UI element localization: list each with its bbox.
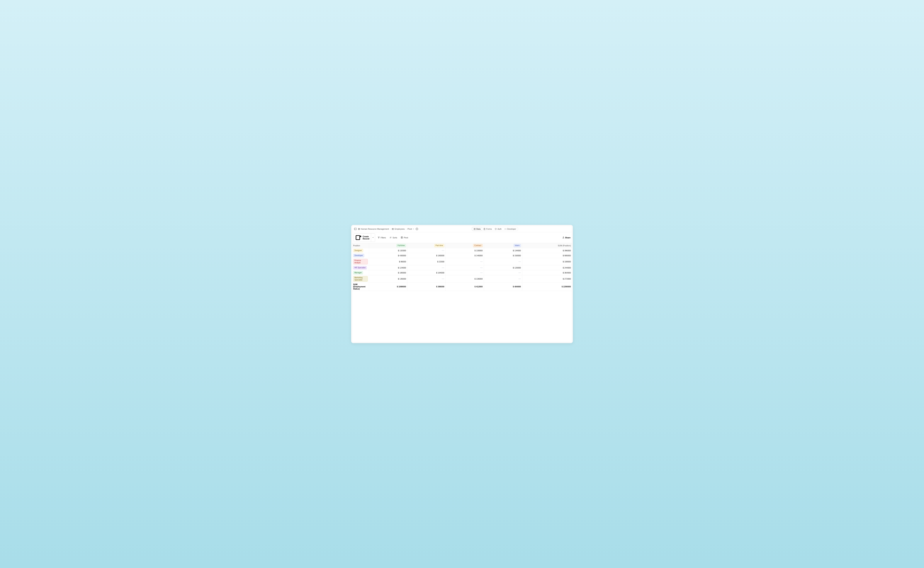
pivot-value-cell[interactable] <box>445 265 484 270</box>
svg-rect-15 <box>356 236 359 240</box>
create-record-button[interactable]: Create Record <box>354 234 371 242</box>
pivot-value-cell[interactable]: $ 180000 <box>407 253 445 258</box>
breadcrumb-base[interactable]: Human Resource Management <box>358 228 389 230</box>
pivot-value-cell[interactable] <box>407 248 445 253</box>
pivot-row-label-cell[interactable]: HR Specialist <box>352 265 369 270</box>
filters-button[interactable]: Filters <box>377 236 387 239</box>
breadcrumb-view[interactable]: Pivot <box>408 228 414 230</box>
tab-developer[interactable]: Developer <box>503 227 518 231</box>
svg-point-2 <box>358 228 359 229</box>
add-view-button[interactable] <box>415 227 418 230</box>
pivot-row-label-cell[interactable]: Finance Analyst <box>352 258 369 265</box>
database-icon <box>358 228 360 230</box>
tab-forms[interactable]: Forms <box>482 227 493 231</box>
pivot-total-cell: $ 1088000 <box>369 282 407 291</box>
pivot-col-header[interactable]: Part-time <box>407 243 445 248</box>
empty-placeholder <box>518 261 521 262</box>
pivot-data-row: HR Specialist$ 124000$ 120000$ 244000 <box>352 265 572 270</box>
pivot-value-cell[interactable]: $ 132000 <box>369 248 407 253</box>
pivot-row-sum-cell: $ 906000 <box>522 253 572 258</box>
chevron-right-icon: › <box>406 228 406 230</box>
tab-forms-label: Forms <box>486 228 492 230</box>
table-icon <box>392 228 394 230</box>
position-badge: Manager <box>353 271 363 274</box>
pivot-value-cell[interactable]: $ 22000 <box>407 258 445 265</box>
breadcrumb-base-label: Human Resource Management <box>361 228 389 230</box>
pivot-row-sum-cell: $ 272000 <box>522 275 572 282</box>
pivot-value-cell[interactable]: $ 130000 <box>445 248 484 253</box>
shield-icon <box>495 228 497 230</box>
pivot-value-cell[interactable] <box>484 275 522 282</box>
share-icon <box>562 237 565 239</box>
pivot-value-cell[interactable] <box>484 258 522 265</box>
pivot-row-dimension-header[interactable]: Position <box>352 243 369 248</box>
pivot-sum-col-label: SUM (Position) <box>558 245 571 247</box>
pivot-row-label-cell[interactable]: Designer <box>352 248 369 253</box>
sidebar-toggle-icon[interactable] <box>354 227 357 230</box>
pivot-sum-col-header[interactable]: SUM (Position) <box>522 243 572 248</box>
pivot-row-sum-cell: $ 364000 <box>522 270 572 275</box>
status-badge: Part-time <box>434 244 444 247</box>
pivot-data-row: Manager$ 180000$ 184000$ 364000 <box>352 270 572 275</box>
pivot-value-cell[interactable]: $ 150000 <box>484 253 522 258</box>
pivot-row-label-cell[interactable]: Developer <box>352 253 369 258</box>
pivot-total-row: SUM (Employment Status) $ 1088000 $ 3860… <box>352 282 572 291</box>
toolbar: Create Record Filters Sorts Pivot <box>352 232 572 243</box>
svg-rect-9 <box>474 228 475 230</box>
pivot-total-cell: $ 386000 <box>407 282 445 291</box>
pivot-label: Pivot <box>404 237 408 239</box>
pivot-col-header[interactable]: Intern <box>484 243 522 248</box>
pivot-value-cell[interactable]: $ 134000 <box>484 248 522 253</box>
pivot-value-cell[interactable] <box>484 270 522 275</box>
pivot-value-cell[interactable] <box>407 275 445 282</box>
pivot-data-row: Finance Analyst$ 86000$ 22000$ 108000 <box>352 258 572 265</box>
pivot-value-cell[interactable] <box>407 265 445 270</box>
pivot-data-row: Marketing Specialist$ 136000$ 136000$ 27… <box>352 275 572 282</box>
app-window: Human Resource Management › Employees › … <box>351 225 573 343</box>
chevron-down-icon <box>413 228 414 230</box>
chevron-down-icon <box>372 237 374 239</box>
pivot-value-cell[interactable]: $ 184000 <box>407 270 445 275</box>
pivot-col-header[interactable]: Contract <box>445 243 484 248</box>
position-badge: Designer <box>353 249 363 252</box>
pivot-value-cell[interactable] <box>445 270 484 275</box>
status-badge: Full-time <box>396 244 406 247</box>
create-record-caret[interactable] <box>371 234 375 242</box>
sorts-button[interactable]: Sorts <box>388 236 398 239</box>
breadcrumb-table[interactable]: Employees <box>392 228 405 230</box>
pivot-value-cell[interactable]: $ 180000 <box>369 270 407 275</box>
sort-icon <box>390 237 392 239</box>
position-badge: Finance Analyst <box>353 259 368 264</box>
pivot-col-header[interactable]: Full-time <box>369 243 407 248</box>
pivot-value-cell[interactable] <box>445 258 484 265</box>
pivot-value-cell[interactable]: $ 120000 <box>484 265 522 270</box>
empty-placeholder <box>442 278 444 279</box>
app-inner: Human Resource Management › Employees › … <box>352 226 572 342</box>
pivot-icon <box>401 237 403 239</box>
pivot-value-cell[interactable]: $ 86000 <box>369 258 407 265</box>
pivot-value-cell[interactable]: $ 430000 <box>369 253 407 258</box>
pivot-sum-row-label: SUM (Employment Status) <box>353 283 368 290</box>
empty-placeholder <box>480 272 483 273</box>
tab-data[interactable]: Data <box>472 227 482 231</box>
pivot-data-row: Developer$ 430000$ 180000$ 146000$ 15000… <box>352 253 572 258</box>
pivot-button[interactable]: Pivot <box>400 236 409 239</box>
pivot-total-cell: $ 412000 <box>445 282 484 291</box>
header-bar: Human Resource Management › Employees › … <box>352 226 572 232</box>
chevron-right-icon: › <box>390 228 391 230</box>
pivot-row-label-cell[interactable]: Manager <box>352 270 369 275</box>
pivot-value-cell[interactable]: $ 146000 <box>445 253 484 258</box>
pivot-value-cell[interactable]: $ 124000 <box>369 265 407 270</box>
share-button[interactable]: Share <box>562 237 571 239</box>
pivot-value-cell[interactable]: $ 136000 <box>369 275 407 282</box>
empty-placeholder <box>480 261 483 262</box>
tab-auth[interactable]: Auth <box>493 227 503 231</box>
empty-placeholder <box>518 272 521 273</box>
position-badge: HR Specialist <box>353 266 367 269</box>
pivot-total-cell: $ 404000 <box>484 282 522 291</box>
plus-record-icon <box>355 234 362 241</box>
pivot-row-label-cell[interactable]: Marketing Specialist <box>352 275 369 282</box>
pivot-value-cell[interactable]: $ 136000 <box>445 275 484 282</box>
svg-rect-18 <box>401 237 403 239</box>
sorts-label: Sorts <box>393 237 397 239</box>
